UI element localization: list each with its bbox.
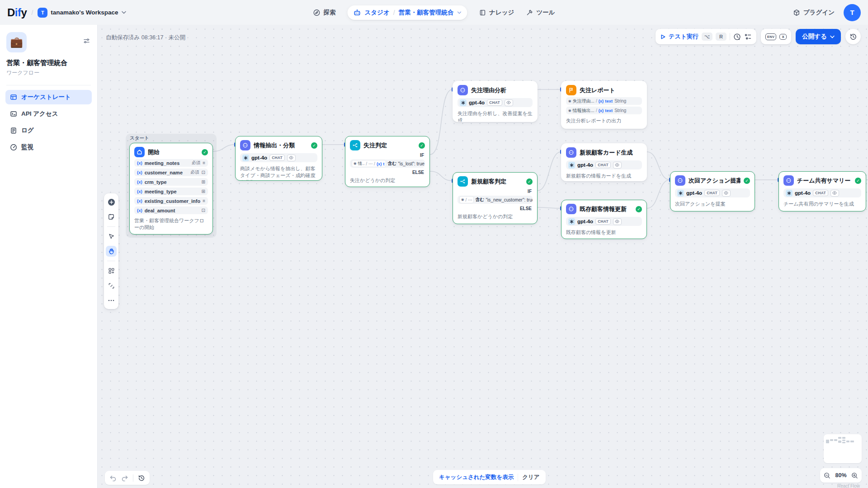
checklist-icon[interactable] <box>744 33 752 41</box>
node-start[interactable]: 開始 ✓ (x)meeting_notes必須≡ (x)customer_nam… <box>129 143 213 235</box>
nav-plugins-label: プラグイン <box>803 9 835 17</box>
condition-value: "is_new_customer": true <box>486 197 533 202</box>
user-avatar[interactable]: T <box>844 4 861 21</box>
sidebar-item-logs[interactable]: ログ <box>5 123 92 138</box>
condition-operator: 含む <box>387 160 396 167</box>
nav-explore-label: 探索 <box>323 9 335 17</box>
nav-center: 探索 スタジオ / 営業・顧客管理統合 ナレッジ ツール <box>313 0 555 25</box>
paragraph-icon: ≡ <box>203 198 205 203</box>
dify-logo[interactable]: Dify <box>7 6 27 19</box>
app-header: 💼 <box>0 25 97 52</box>
divider <box>133 474 133 482</box>
nav-plugins[interactable]: プラグイン <box>793 9 835 17</box>
ellipsis-icon: ⋯ <box>368 161 373 166</box>
minimap[interactable] <box>824 434 862 463</box>
start-var-row[interactable]: (x)meeting_type⊞ <box>134 188 208 195</box>
node-header: 開始 ✓ <box>134 147 208 157</box>
organize-blocks-button[interactable] <box>106 265 117 276</box>
start-var-row[interactable]: (x)crm_type⊞ <box>134 178 208 186</box>
llm-icon <box>240 140 250 150</box>
node-llm-next-action[interactable]: 次回アクション提案 ✓ gpt-4o CHAT 次回アクションを提案 <box>670 171 755 211</box>
add-node-button[interactable] <box>106 197 117 207</box>
more-options-button[interactable] <box>106 295 117 306</box>
add-note-button[interactable] <box>106 211 117 222</box>
chat-badge: CHAT <box>813 190 828 197</box>
node-description: 失注分析レポートの出力 <box>566 117 642 124</box>
start-var-row[interactable]: (x)deal_amount⊡ <box>134 206 208 214</box>
env-variables-icon[interactable]: ENV <box>765 33 776 40</box>
eye-icon[interactable] <box>830 190 839 197</box>
model-name: gpt-4o <box>577 219 593 224</box>
book-icon <box>479 9 486 16</box>
sidebar-item-orchestrate[interactable]: オーケストレート <box>5 90 92 104</box>
start-var-row[interactable]: (x)meeting_notes必須≡ <box>134 159 208 167</box>
node-header: 新規顧客カード生成 <box>566 147 642 158</box>
node-description: 失注かどうかの判定 <box>350 177 425 184</box>
eye-icon[interactable] <box>505 99 513 106</box>
clear-button[interactable]: クリア <box>518 474 543 481</box>
node-llm-update-existing[interactable]: 既存顧客情報更新 ✓ gpt-4o CHAT 既存顧客の情報を更新 <box>561 200 647 239</box>
ellipsis-icon: ⋯ <box>468 197 472 202</box>
start-var-row[interactable]: (x)existing_customer_info≡ <box>134 197 208 205</box>
if-label: IF <box>350 152 424 158</box>
nav-explore[interactable]: 探索 <box>313 9 335 17</box>
workspace-selector[interactable]: T tanamako's Workspace <box>38 8 126 18</box>
start-var-row[interactable]: (x)customer_name必須⊡ <box>134 169 208 176</box>
studio-breadcrumb-pill[interactable]: スタジオ / 営業・顧客管理統合 <box>347 5 467 20</box>
sidebar-item-api-access[interactable]: API アクセス <box>5 107 92 121</box>
run-history-icon[interactable] <box>733 33 741 41</box>
openai-icon <box>677 190 684 197</box>
zoom-level[interactable]: 80% <box>835 472 846 479</box>
fit-view-button[interactable] <box>106 280 117 291</box>
logo-text-accent: if <box>15 6 21 19</box>
model-row[interactable]: gpt-4o CHAT <box>566 217 642 226</box>
chevron-down-icon[interactable] <box>457 11 461 14</box>
publish-button[interactable]: 公開する <box>796 29 841 44</box>
model-row[interactable]: gpt-4o CHAT <box>675 188 750 197</box>
eye-icon[interactable] <box>287 155 296 161</box>
model-row[interactable]: gpt-4o CHAT <box>240 153 317 162</box>
model-name: gpt-4o <box>795 190 811 196</box>
node-llm-lost-reason[interactable]: 失注理由分析 gpt-4o CHAT 失注理由を分析し、改善提案を生成 <box>453 81 538 122</box>
divider <box>107 226 115 227</box>
condition-row[interactable]: ◉ / ⋯ 含む "is_new_customer": true <box>458 196 533 204</box>
output-row[interactable]: ◉ 情報抽出... / (x) text String <box>566 107 642 114</box>
node-if-lost-check[interactable]: 失注判定 ✓ IF ◉ 情.. / ⋯ / (x) t 含む "is_lost"… <box>345 136 430 187</box>
pointer-tool-button[interactable] <box>106 231 117 242</box>
eye-icon[interactable] <box>613 162 622 169</box>
output-row[interactable]: ◉ 失注理由... / (x) text String <box>566 97 642 105</box>
node-llm-extract-classify[interactable]: 情報抽出・分類 ✓ gpt-4o CHAT 商談メモから情報を抽出し、顧客タイプ… <box>235 136 322 181</box>
sliders-icon[interactable] <box>83 38 90 44</box>
success-check-icon: ✓ <box>744 178 750 184</box>
react-flow-attribution: React Flow <box>837 483 860 488</box>
sidebar-item-monitoring[interactable]: 監視 <box>5 140 92 155</box>
condition-row[interactable]: ◉ 情.. / ⋯ / (x) t 含む "is_lost": true <box>350 160 425 168</box>
variable-inspector-icon[interactable]: x <box>779 34 787 40</box>
show-cached-variables-button[interactable]: キャッシュされた変数を表示 <box>435 474 518 481</box>
model-row[interactable]: gpt-4o CHAT <box>783 188 861 197</box>
zoom-out-icon[interactable] <box>824 472 830 479</box>
model-row[interactable]: gpt-4o CHAT <box>566 160 642 169</box>
node-end-lost-report[interactable]: 失注レポート ◉ 失注理由... / (x) text String ◉ 情報抽… <box>561 81 647 129</box>
undo-button[interactable] <box>109 475 117 481</box>
cube-icon <box>793 9 800 16</box>
nav-tools[interactable]: ツール <box>526 9 555 17</box>
node-llm-new-customer-card[interactable]: 新規顧客カード生成 gpt-4o CHAT 新規顧客の情報カードを生成 <box>561 143 647 181</box>
hand-tool-button[interactable] <box>106 246 117 257</box>
node-title: 既存顧客情報更新 <box>580 205 632 213</box>
select-icon: ⊞ <box>202 189 205 194</box>
eye-icon[interactable] <box>722 190 731 197</box>
version-history-button[interactable] <box>845 29 861 44</box>
variable-icon: (x) <box>137 198 142 203</box>
redo-button[interactable] <box>121 475 128 481</box>
nav-knowledge[interactable]: ナレッジ <box>479 9 514 17</box>
change-history-button[interactable] <box>138 474 145 482</box>
model-row[interactable]: gpt-4o CHAT <box>458 98 533 107</box>
required-label: 必須 <box>191 169 199 175</box>
zoom-in-icon[interactable] <box>851 472 858 479</box>
test-run-button[interactable]: テスト実行 <box>660 33 698 41</box>
node-ref-icon: ◉ <box>461 198 464 202</box>
eye-icon[interactable] <box>613 218 622 225</box>
node-llm-team-summary[interactable]: チーム共有サマリー ✓ gpt-4o CHAT チーム共有用のサマリーを生成 <box>778 171 866 211</box>
node-if-new-customer-check[interactable]: 新規顧客判定 ✓ IF ◉ / ⋯ 含む "is_new_customer": … <box>453 172 538 224</box>
